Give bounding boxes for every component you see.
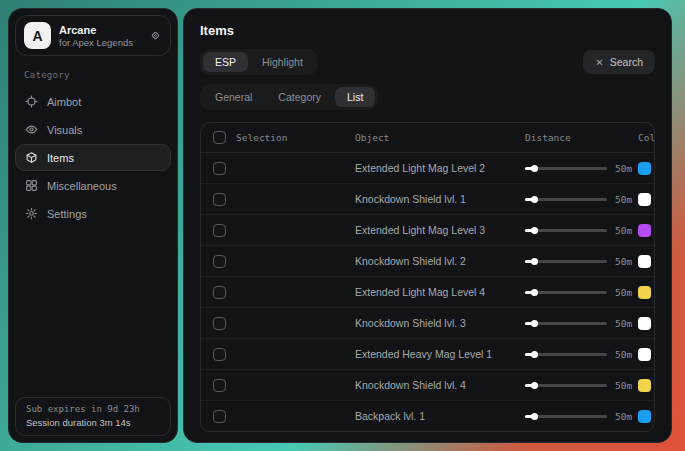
subscription-card: Sub expires in 9d 23h Session duration 3… [15, 397, 171, 436]
distance-value: 50m [615, 163, 632, 174]
row-checkbox[interactable] [213, 224, 226, 237]
distance-slider[interactable] [525, 198, 607, 201]
subtab-general[interactable]: General [203, 87, 264, 107]
items-table: Selection Object Distance Color Extended… [200, 122, 655, 432]
header-object: Object [355, 132, 525, 143]
sidebar-item-aimbot[interactable]: Aimbot [15, 88, 171, 115]
tab-esp[interactable]: ESP [203, 52, 248, 72]
subtab-category[interactable]: Category [266, 87, 333, 107]
color-swatch[interactable] [638, 286, 651, 299]
distance-slider[interactable] [525, 353, 607, 356]
sub-expiry-text: Sub expires in 9d 23h [26, 404, 160, 414]
main-panel: Items ESPHighlight ✕ Search GeneralCateg… [183, 8, 672, 443]
color-swatch[interactable] [638, 193, 651, 206]
distance-slider[interactable] [525, 322, 607, 325]
slider-knob[interactable] [531, 351, 538, 358]
color-swatch[interactable] [638, 317, 651, 330]
table-row: Extended Light Mag Level 350m [201, 215, 654, 246]
select-all-checkbox[interactable] [213, 131, 226, 144]
row-checkbox[interactable] [213, 317, 226, 330]
color-swatch[interactable] [638, 379, 651, 392]
gear-icon [25, 207, 38, 220]
color-swatch[interactable] [638, 255, 651, 268]
tab-highlight[interactable]: Highlight [250, 52, 315, 72]
distance-value: 50m [615, 287, 632, 298]
distance-value: 50m [615, 225, 632, 236]
diamond-icon[interactable] [149, 29, 162, 42]
distance-value: 50m [615, 349, 632, 360]
distance-slider[interactable] [525, 229, 607, 232]
sidebar-item-miscellaneous[interactable]: Miscellaneous [15, 172, 171, 199]
distance-slider[interactable] [525, 167, 607, 170]
app-subtitle: for Apex Legends [59, 37, 141, 48]
search-x-icon: ✕ [595, 57, 603, 68]
object-name: Extended Light Mag Level 3 [355, 224, 525, 236]
object-name: Extended Light Mag Level 4 [355, 286, 525, 298]
distance-value: 50m [615, 318, 632, 329]
row-checkbox[interactable] [213, 286, 226, 299]
sidebar-item-visuals[interactable]: Visuals [15, 116, 171, 143]
table-row: Backpack lvl. 150m [201, 401, 654, 431]
sidebar-item-label: Aimbot [47, 96, 81, 108]
slider-knob[interactable] [531, 165, 538, 172]
distance-slider[interactable] [525, 415, 607, 418]
slider-knob[interactable] [531, 258, 538, 265]
color-swatch[interactable] [638, 410, 651, 423]
sidebar-nav: AimbotVisualsItemsMiscellaneousSettings [15, 88, 171, 228]
session-duration-text: Session duration 3m 14s [26, 417, 160, 428]
table-row: Extended Heavy Mag Level 150m [201, 339, 654, 370]
sidebar-item-label: Miscellaneous [47, 180, 117, 192]
object-name: Knockdown Shield lvl. 4 [355, 379, 525, 391]
table-row: Knockdown Shield lvl. 350m [201, 308, 654, 339]
table-row: Extended Light Mag Level 250m [201, 153, 654, 184]
sidebar-item-items[interactable]: Items [15, 144, 171, 171]
distance-slider[interactable] [525, 260, 607, 263]
grid-icon [25, 179, 38, 192]
object-name: Extended Light Mag Level 2 [355, 162, 525, 174]
eye-icon [25, 123, 38, 136]
object-name: Extended Heavy Mag Level 1 [355, 348, 525, 360]
header-selection: Selection [236, 132, 287, 143]
row-checkbox[interactable] [213, 255, 226, 268]
row-checkbox[interactable] [213, 193, 226, 206]
sidebar-item-label: Visuals [47, 124, 82, 136]
table-body: Extended Light Mag Level 250mKnockdown S… [201, 153, 654, 431]
color-swatch[interactable] [638, 224, 651, 237]
distance-value: 50m [615, 411, 632, 422]
object-name: Knockdown Shield lvl. 2 [355, 255, 525, 267]
distance-slider[interactable] [525, 291, 607, 294]
row-checkbox[interactable] [213, 379, 226, 392]
view-tab-group: GeneralCategoryList [200, 84, 378, 110]
table-row: Knockdown Shield lvl. 150m [201, 184, 654, 215]
distance-value: 50m [615, 256, 632, 267]
distance-value: 50m [615, 194, 632, 205]
brand-text: Arcane for Apex Legends [59, 24, 141, 48]
slider-knob[interactable] [531, 227, 538, 234]
slider-knob[interactable] [531, 289, 538, 296]
sidebar-item-settings[interactable]: Settings [15, 200, 171, 227]
row-checkbox[interactable] [213, 348, 226, 361]
row-checkbox[interactable] [213, 162, 226, 175]
table-row: Extended Light Mag Level 450m [201, 277, 654, 308]
crosshair-icon [25, 95, 38, 108]
sidebar-item-label: Items [47, 152, 74, 164]
search-button-label: Search [610, 56, 643, 68]
distance-slider[interactable] [525, 384, 607, 387]
slider-knob[interactable] [531, 413, 538, 420]
header-color: Color [638, 132, 655, 143]
subtab-list[interactable]: List [335, 87, 375, 107]
color-swatch[interactable] [638, 162, 651, 175]
page-title: Items [200, 23, 655, 38]
brand-card: A Arcane for Apex Legends [15, 15, 171, 56]
mode-tab-group: ESPHighlight [200, 49, 318, 75]
table-row: Knockdown Shield lvl. 450m [201, 370, 654, 401]
search-button[interactable]: ✕ Search [583, 50, 655, 74]
slider-knob[interactable] [531, 320, 538, 327]
table-row: Knockdown Shield lvl. 250m [201, 246, 654, 277]
slider-knob[interactable] [531, 382, 538, 389]
slider-knob[interactable] [531, 196, 538, 203]
color-swatch[interactable] [638, 348, 651, 361]
object-name: Knockdown Shield lvl. 3 [355, 317, 525, 329]
row-checkbox[interactable] [213, 410, 226, 423]
object-name: Backpack lvl. 1 [355, 410, 525, 422]
